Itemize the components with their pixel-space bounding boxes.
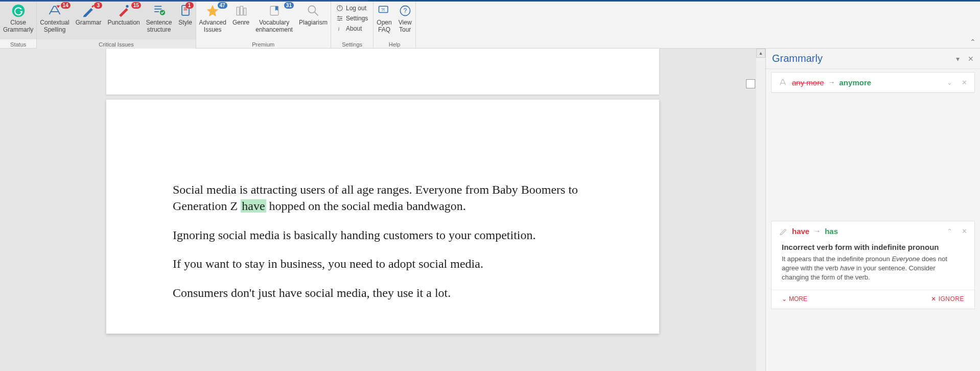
close-grammarly-button[interactable]: Close Grammarly [0,2,36,39]
vocabulary-label: Vocabulary enhancement [255,19,293,33]
panel-title: Grammarly [772,53,948,64]
bookmark-book-icon [267,4,282,18]
grammar-pen-icon [779,226,788,236]
paragraph-check-icon [152,4,166,18]
contextual-spelling-button[interactable]: 14 Contextual Spelling [37,2,72,39]
svg-point-1 [126,5,128,8]
plagiarism-label: Plagiarism [299,19,328,26]
punctuation-button[interactable]: 15 Punctuation [104,2,143,39]
style-button[interactable]: 1 Style [175,2,196,39]
grammar-label: Grammar [76,19,102,26]
contextual-badge: 14 [61,2,71,9]
paragraph-1: Social media is attracting users of all … [173,181,593,215]
power-icon [336,5,343,12]
dismiss-card-icon[interactable]: ✕ [962,79,967,86]
expand-card-icon[interactable]: ⌄ [947,79,952,86]
close-grammarly-label: Close Grammarly [3,19,33,33]
svg-point-10 [338,16,339,17]
group-help: ?! Open FAQ ? View Tour Help [374,2,415,49]
contextual-spelling-label: Contextual Spelling [40,19,69,33]
group-premium: 47 Advanced Issues Genre 31 Vocabulary e… [196,2,331,49]
settings-label: Settings [346,15,368,22]
grammar-badge: 3 [94,2,102,9]
margin-checkbox[interactable] [746,79,755,88]
group-help-label: Help [374,41,415,49]
group-critical-issues: 14 Contextual Spelling 3 Grammar 15 Punc… [37,2,196,49]
settings-link[interactable]: Settings [336,15,368,22]
vocabulary-button[interactable]: 31 Vocabulary enhancement [252,2,296,39]
group-critical-label: Critical Issues [37,41,195,49]
collapse-card-icon[interactable]: ⌃ [947,227,952,235]
logout-label: Log out [346,5,366,12]
sentence-structure-button[interactable]: Sentence structure [143,2,175,39]
open-faq-button[interactable]: ?! Open FAQ [374,2,394,39]
panel-dropdown-icon[interactable]: ▾ [956,55,960,63]
group-settings-label: Settings [331,41,373,49]
pen-icon [81,4,96,18]
issue-title: Incorrect verb form with indefinite pron… [782,243,964,251]
group-status: Close Grammarly Status [0,2,37,49]
collapse-ribbon-icon[interactable]: ⌃ [970,38,976,46]
group-status-label: Status [0,41,36,49]
contextual-spelling-icon [48,4,62,18]
panel-close-icon[interactable]: ✕ [968,55,974,63]
x-icon: ✕ [931,295,937,303]
svg-rect-5 [240,6,243,15]
genre-label: Genre [232,19,249,26]
document-page[interactable]: Social media is attracting users of all … [106,100,659,334]
sliders-icon [336,15,343,22]
about-label: About [346,25,362,32]
info-icon: i [336,25,343,32]
ignore-button[interactable]: ✕IGNORE [931,295,964,303]
style-label: Style [178,19,192,26]
suggestion-card-anymore[interactable]: any more → anymore ⌄ ✕ [771,72,975,93]
advanced-issues-button[interactable]: 47 Advanced Issues [196,2,229,39]
grammar-button[interactable]: 3 Grammar [73,2,105,39]
books-icon [234,4,248,18]
svg-rect-4 [237,7,239,15]
paragraph-2: Ignoring social media is basically handi… [173,227,593,243]
svg-text:i: i [338,26,339,32]
open-faq-label: Open FAQ [377,19,391,33]
issue-description: It appears that the indefinite pronoun E… [782,254,964,283]
highlighted-word-have[interactable]: have [241,199,266,213]
advanced-issues-label: Advanced Issues [199,19,226,33]
dismiss-card-icon[interactable]: ✕ [962,227,967,235]
about-link[interactable]: i About [336,25,368,32]
logout-link[interactable]: Log out [336,5,368,12]
scroll-up-button[interactable]: ▲ [756,49,765,58]
comma-icon [116,4,131,18]
plagiarism-button[interactable]: Plagiarism [296,2,331,39]
svg-text:?!: ?! [381,7,385,12]
advanced-badge: 47 [218,2,227,9]
original-text: have [792,227,809,236]
spelling-icon [779,78,788,87]
suggestion-card-have[interactable]: have → has ⌃ ✕ Incorrect verb form with … [771,221,975,309]
group-settings: Log out Settings i About Settings [331,2,374,49]
magnifier-icon [306,4,320,18]
chat-question-icon: ?! [377,4,391,18]
group-premium-label: Premium [196,41,331,49]
svg-point-8 [308,6,315,13]
vertical-scrollbar[interactable]: ▲ [756,49,765,371]
view-tour-label: View Tour [399,19,412,33]
paragraph-3: If you want to stay in business, you nee… [173,256,593,272]
svg-point-11 [340,18,342,19]
punctuation-badge: 15 [131,2,141,9]
help-circle-icon: ? [398,4,412,18]
style-badge: 1 [185,2,194,9]
punctuation-label: Punctuation [107,19,139,26]
view-tour-button[interactable]: ? View Tour [395,2,415,39]
correction-text: anymore [839,78,872,87]
svg-rect-6 [244,8,246,15]
paragraph-4: Consumers don't just have social media, … [173,285,593,301]
arrow-icon: → [813,227,821,235]
svg-text:?: ? [403,7,407,14]
genre-button[interactable]: Genre [229,2,252,39]
original-text: any more [792,78,824,87]
grammarly-logo-icon [11,4,26,18]
more-button[interactable]: ⌄MORE [782,295,807,303]
chevron-down-icon: ⌄ [782,295,787,303]
svg-point-12 [339,19,340,21]
previous-page-fragment [106,49,659,95]
